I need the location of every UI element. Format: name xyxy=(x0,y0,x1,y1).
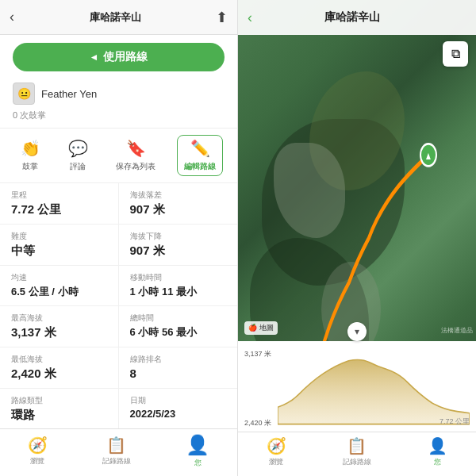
map-watermark: 法橋通道品 xyxy=(441,326,473,335)
elevation-labels: 3,137 米 2,420 米 xyxy=(244,349,271,428)
stat-route-type: 路線類型 環路 xyxy=(0,389,119,428)
action-edit[interactable]: ✏️ 編輯路線 xyxy=(177,135,223,176)
kudos-count: 0 次鼓掌 xyxy=(0,108,237,125)
user-name: Feather Yen xyxy=(41,88,97,100)
user-row: 😐 Feather Yen xyxy=(0,79,237,108)
kudo-icon: 👏 xyxy=(21,139,40,158)
layer-button[interactable]: ⧉ xyxy=(443,41,468,67)
nav-me-right[interactable]: 👤 您 xyxy=(428,436,447,467)
stat-elevation-gain: 海拔落差 907 米 xyxy=(119,183,238,225)
right-top-bar: ‹ 庫哈諾辛山 xyxy=(238,0,476,35)
nav-records-left[interactable]: 📋 記錄路線 xyxy=(102,436,131,466)
me-icon: 👤 xyxy=(186,434,209,456)
nav-me-left[interactable]: 👤 您 xyxy=(186,434,209,468)
avatar: 😐 xyxy=(13,83,35,105)
save-icon: 🔖 xyxy=(126,139,146,158)
stat-moving-time: 移動時間 1 小時 11 最小 xyxy=(119,266,238,306)
chevron-down-button[interactable]: ▾ xyxy=(347,322,367,341)
left-bottom-nav: 🧭 瀏覽 📋 記錄路線 👤 您 xyxy=(0,428,237,476)
comment-label: 評論 xyxy=(70,161,86,172)
svg-text:▲: ▲ xyxy=(424,149,432,162)
left-panel: ‹ 庫哈諾辛山 ⬆ ◄ 使用路線 😐 Feather Yen 0 次鼓掌 👏 鼓… xyxy=(0,0,238,476)
kudo-label: 鼓掌 xyxy=(22,161,38,172)
right-panel: ‹ 庫哈諾辛山 ▲ ⧉ 🍎 地圖 xyxy=(238,0,476,476)
stat-min-elevation: 最低海拔 2,420 米 xyxy=(0,347,119,389)
edit-icon: ✏️ xyxy=(190,139,210,158)
chevron-down-icon: ▾ xyxy=(355,326,359,337)
action-comment[interactable]: 💬 評論 xyxy=(62,136,94,175)
stat-distance: 里程 7.72 公里 xyxy=(0,183,119,225)
use-route-button[interactable]: ◄ 使用路線 xyxy=(13,43,225,71)
edit-label: 編輯路線 xyxy=(184,161,216,172)
stat-speed: 均速 6.5 公里 / 小時 xyxy=(0,266,119,306)
share-icon[interactable]: ⬆ xyxy=(216,9,228,26)
me-icon-right: 👤 xyxy=(428,436,447,455)
elevation-min-label: 2,420 米 xyxy=(244,418,271,428)
stat-route-rank: 線路排名 8 xyxy=(119,347,238,389)
comment-icon: 💬 xyxy=(68,139,88,158)
right-bottom-nav: 🧭 瀏覽 📋 記錄路線 👤 您 xyxy=(238,432,476,476)
arrow-icon: ◄ xyxy=(90,52,99,63)
stat-elevation-loss: 海拔下降 907 米 xyxy=(119,225,238,266)
nav-records-right[interactable]: 📋 記錄路線 xyxy=(343,436,371,467)
elevation-distance-label: 7.72 公里 xyxy=(440,416,470,427)
records-icon-right: 📋 xyxy=(347,436,367,455)
action-save[interactable]: 🔖 保存為列表 xyxy=(109,136,162,175)
explore-icon: 🧭 xyxy=(28,436,48,455)
left-title: 庫哈諾辛山 xyxy=(14,10,216,25)
use-route-label: 使用路線 xyxy=(103,50,148,64)
layer-icon: ⧉ xyxy=(451,47,460,61)
records-icon: 📋 xyxy=(106,436,126,455)
action-bar: 👏 鼓掌 💬 評論 🔖 保存為列表 ✏️ 編輯路線 xyxy=(0,128,237,183)
stat-total-time: 總時間 6 小時 56 最小 xyxy=(119,306,238,347)
left-top-bar: ‹ 庫哈諾辛山 ⬆ xyxy=(0,0,237,35)
nav-explore-right[interactable]: 🧭 瀏覽 xyxy=(267,436,286,467)
stat-date: 日期 2022/5/23 xyxy=(119,389,238,428)
right-title: 庫哈諾辛山 xyxy=(252,10,452,25)
stats-grid: 里程 7.72 公里 海拔落差 907 米 難度 中等 海拔下降 907 米 均… xyxy=(0,183,237,428)
stat-difficulty: 難度 中等 xyxy=(0,225,119,266)
nav-explore-left[interactable]: 🧭 瀏覽 xyxy=(28,436,48,466)
map-label: 🍎 地圖 xyxy=(244,321,278,335)
save-label: 保存為列表 xyxy=(116,161,155,172)
action-kudo[interactable]: 👏 鼓掌 xyxy=(14,136,47,175)
explore-icon-right: 🧭 xyxy=(267,436,286,455)
elevation-max-label: 3,137 米 xyxy=(244,349,271,359)
stat-max-elevation: 最高海拔 3,137 米 xyxy=(0,306,119,347)
